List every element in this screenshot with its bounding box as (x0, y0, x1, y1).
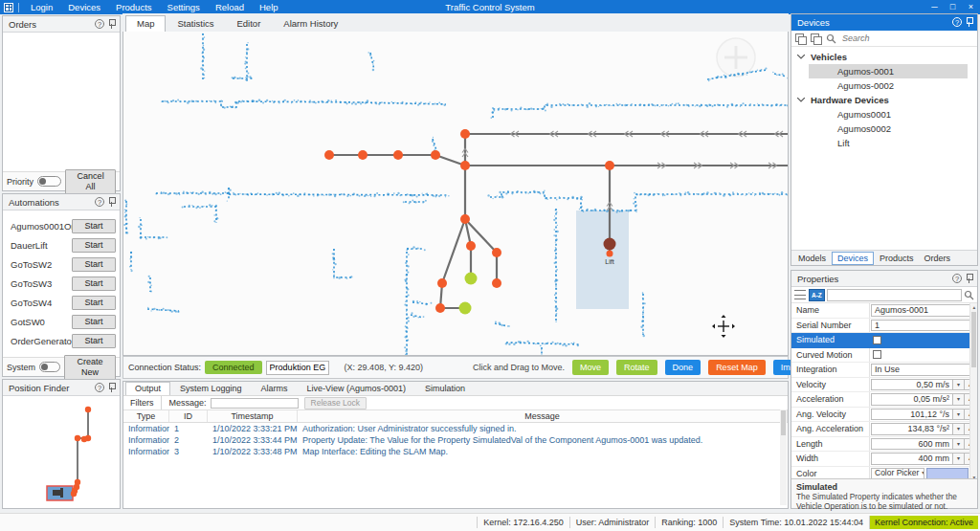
menu-item-reload[interactable]: Reload (208, 0, 252, 14)
devices-tab-devices[interactable]: Devices (832, 252, 874, 265)
property-number-input[interactable]: 134,83 °/s² (871, 423, 953, 435)
tab-statistics[interactable]: Statistics (166, 15, 225, 32)
property-row-ang-acceleration[interactable]: Ang. Acceleration134,83 °/s²▾▴ (791, 422, 977, 437)
waypoint-node[interactable] (605, 161, 614, 170)
waypoint-node[interactable] (324, 150, 334, 160)
waypoint-node[interactable] (607, 251, 613, 257)
start-button[interactable]: Start (72, 219, 116, 233)
color-swatch[interactable] (926, 468, 969, 479)
scroll-thumb[interactable] (971, 312, 976, 367)
start-button[interactable]: Start (72, 257, 116, 272)
spinner-down-icon[interactable]: ▾ (953, 379, 965, 391)
help-icon[interactable]: ? (95, 383, 104, 392)
log-row[interactable]: Information31/10/2022 3:33:48 PMMap Inte… (123, 446, 788, 457)
tree-item-agumos0002[interactable]: Agumos0002 (809, 122, 968, 136)
start-button[interactable]: Start (72, 238, 116, 253)
map-zoom-control[interactable] (717, 38, 755, 77)
pin-icon[interactable] (108, 19, 116, 30)
waypoint-node[interactable] (466, 241, 476, 251)
waypoint-node[interactable] (460, 214, 470, 224)
property-row-integration[interactable]: IntegrationIn Use▾ (791, 363, 977, 378)
property-number-input[interactable]: 0,50 m/s (871, 379, 953, 391)
property-dropdown[interactable]: In Use▾ (871, 364, 976, 376)
slam-map[interactable]: Lift (123, 32, 788, 355)
property-number-input[interactable]: 400 mm (871, 453, 953, 465)
map-view[interactable]: Lift (122, 32, 789, 356)
spinner-down-icon[interactable]: ▾ (953, 393, 965, 406)
priority-toggle[interactable] (37, 176, 61, 187)
log-scrollbar[interactable] (780, 409, 787, 505)
start-button[interactable]: Start (72, 277, 116, 291)
pin-icon[interactable] (108, 383, 116, 393)
mini-waypoint-node[interactable] (81, 436, 87, 442)
property-text-input[interactable]: Agumos-0001 (871, 304, 976, 317)
tree-group-vehicles[interactable]: Vehicles (791, 50, 977, 64)
map-name-input[interactable] (266, 361, 329, 375)
start-button[interactable]: Start (72, 334, 116, 348)
categorized-view-icon[interactable] (794, 290, 806, 299)
menu-item-help[interactable]: Help (252, 0, 286, 14)
tree-item-lift[interactable]: Lift (809, 136, 968, 150)
waypoint-node-green[interactable] (465, 273, 478, 285)
spinner-down-icon[interactable]: ▾ (953, 453, 965, 465)
done-button[interactable]: Done (665, 360, 702, 375)
help-icon[interactable]: ? (95, 197, 104, 207)
log-tab-alarms[interactable]: Alarms (252, 382, 298, 395)
property-row-simulated[interactable]: Simulated (791, 333, 977, 348)
help-icon[interactable]: ? (952, 17, 962, 27)
log-row[interactable]: Information21/10/2022 3:33:44 PMProperty… (123, 434, 788, 446)
properties-scrollbar[interactable]: ▴▾ (969, 303, 977, 481)
move-button[interactable]: Move (572, 360, 609, 375)
waypoint-node[interactable] (437, 278, 447, 288)
rotate-button[interactable]: Rotate (616, 360, 657, 375)
scroll-up-arrow[interactable]: ▴ (970, 303, 978, 311)
waypoint-node[interactable] (431, 150, 440, 160)
property-row-velocity[interactable]: Velocity0,50 m/s▾▴ (791, 378, 977, 393)
properties-search-input[interactable] (827, 289, 962, 301)
cancel-all-button[interactable]: Cancel All (65, 169, 116, 194)
pin-icon[interactable] (966, 17, 973, 28)
waypoint-node[interactable] (460, 161, 470, 170)
tree-item-agumos0001[interactable]: Agumos0001 (809, 107, 968, 122)
property-number-input[interactable]: 101,12 °/s (871, 409, 953, 421)
spinner-down-icon[interactable]: ▾ (953, 409, 965, 421)
menu-item-settings[interactable]: Settings (160, 0, 208, 14)
expand-all-icon[interactable] (795, 33, 807, 44)
property-row-name[interactable]: NameAgumos-0001 (791, 303, 977, 319)
release-lock-button[interactable]: Release Lock (304, 397, 368, 409)
start-button[interactable]: Start (72, 315, 116, 329)
position-finder-map[interactable] (3, 396, 120, 508)
message-filter-input[interactable] (211, 398, 299, 409)
help-icon[interactable]: ? (95, 19, 104, 29)
devices-tab-models[interactable]: Models (793, 253, 831, 264)
collapse-all-icon[interactable] (811, 33, 822, 44)
menu-item-products[interactable]: Products (108, 0, 160, 14)
help-icon[interactable]: ? (952, 274, 962, 283)
property-row-curved-motion[interactable]: Curved Motion (791, 348, 977, 364)
tab-editor[interactable]: Editor (226, 15, 273, 32)
property-row-width[interactable]: Width400 mm▾▴ (791, 452, 977, 467)
tree-group-hardware-devices[interactable]: Hardware Devices (791, 93, 977, 107)
mini-waypoint-node[interactable] (85, 407, 91, 412)
create-new-button[interactable]: Create New (64, 355, 116, 380)
waypoint-node[interactable] (358, 150, 368, 160)
waypoint-node[interactable] (435, 303, 445, 313)
minimize-button[interactable]: ─ (925, 0, 944, 14)
log-tab-system-logging[interactable]: System Logging (170, 382, 252, 395)
property-row-ang-velocity[interactable]: Ang. Velocity101,12 °/s▾▴ (791, 408, 977, 423)
pin-icon[interactable] (966, 274, 973, 284)
waypoint-node[interactable] (393, 150, 403, 160)
log-tab-live-view-agumos-0001-[interactable]: Live-View (Agumos-0001) (298, 382, 415, 395)
close-button[interactable]: × (962, 0, 980, 14)
tree-item-agumos-0002[interactable]: Agumos-0002 (809, 78, 968, 93)
alphabetical-sort-icon[interactable]: A-Z (809, 289, 825, 301)
log-tab-output[interactable]: Output (125, 382, 170, 395)
mini-waypoint-node[interactable] (75, 435, 80, 441)
lift-zone[interactable] (576, 210, 629, 309)
spinner-down-icon[interactable]: ▾ (953, 438, 965, 451)
menu-item-login[interactable]: Login (23, 0, 60, 14)
waypoint-node-green[interactable] (459, 302, 472, 315)
property-number-input[interactable]: 0,05 m/s² (871, 393, 953, 406)
property-row-acceleration[interactable]: Acceleration0,05 m/s²▾▴ (791, 392, 977, 408)
tab-map[interactable]: Map (125, 15, 166, 33)
